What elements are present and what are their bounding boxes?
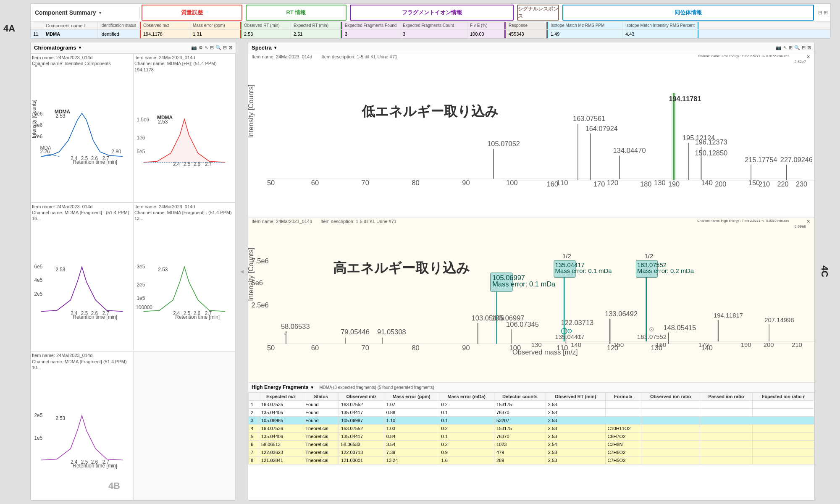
- hef-cell: Theoretical: [303, 441, 339, 449]
- svg-text:60: 60: [311, 344, 319, 352]
- cat-signal: シグナルレスポンス: [517, 5, 559, 21]
- low-energy-close[interactable]: ✕: [806, 54, 810, 60]
- hef-cell: 0.88: [384, 409, 439, 417]
- chrom-icon-min[interactable]: ⊟: [223, 45, 227, 50]
- cat-isotope: 同位体情報: [562, 5, 814, 21]
- hef-cell: [752, 433, 814, 441]
- svg-text:80: 80: [412, 344, 419, 352]
- spectra-dropdown[interactable]: ▼: [273, 45, 278, 50]
- chrom-icon-zoom[interactable]: 🔍: [215, 45, 221, 50]
- svg-text:190: 190: [741, 341, 751, 348]
- cat-fragment: フラグメントイオン情報: [350, 5, 514, 21]
- spectra-icon-zoom[interactable]: 🔍: [794, 45, 800, 50]
- chrom-item-5-header: Item name: 24Mar2023_014d Channel name: …: [32, 352, 132, 370]
- col-header-num: [31, 22, 43, 29]
- spectra-icon-screenshot[interactable]: 📷: [776, 45, 782, 50]
- chrom-icons: 📷 ⚙ ↖ ⊞ 🔍 ⊟ ⊠: [191, 45, 232, 50]
- hef-cell: 4: [249, 425, 259, 433]
- th-passion: Passed ion ratio: [700, 393, 752, 401]
- svg-text:207.14998: 207.14998: [764, 317, 794, 323]
- svg-text:1.5e6: 1.5e6: [136, 117, 149, 123]
- cs-icon-1[interactable]: ⊟: [818, 10, 822, 16]
- high-energy-close[interactable]: ✕: [806, 219, 810, 224]
- hef-cell: 2.53: [546, 409, 605, 417]
- cs-data-row: 11 MDMA Identified 194.1178 1.31 2.53 2.…: [31, 30, 830, 38]
- hef-cell: 7: [249, 449, 259, 457]
- svg-text:6e5: 6e5: [34, 263, 42, 269]
- hef-cell: 163.07552: [339, 425, 384, 433]
- hef-cell: [605, 401, 641, 409]
- hef-cell: [641, 401, 700, 409]
- spectra-icon-cursor[interactable]: ↖: [783, 45, 787, 50]
- hef-cell: Found: [303, 409, 339, 417]
- spectra-icon-expand[interactable]: ⊞: [789, 45, 793, 50]
- svg-text:2.4: 2.4: [173, 161, 180, 167]
- cs-dropdown[interactable]: ▼: [98, 10, 102, 15]
- chrom-icon-screenshot[interactable]: 📷: [191, 45, 197, 50]
- hef-cell: [752, 449, 814, 457]
- hef-section[interactable]: High Energy Fragments ▼ MDMA (3 expected…: [248, 383, 814, 500]
- svg-text:2e5: 2e5: [34, 291, 42, 297]
- cell-compname: MDMA: [43, 30, 98, 38]
- svg-text:194.11781: 194.11781: [669, 95, 701, 102]
- hef-cell: 2: [249, 409, 259, 417]
- chrom-item-1-header: Item name: 24Mar2023_014d Channel name: …: [32, 55, 132, 67]
- svg-text:210: 210: [759, 180, 770, 188]
- svg-text:50: 50: [267, 179, 275, 186]
- svg-text:2e5: 2e5: [136, 281, 145, 287]
- svg-text:220: 220: [777, 180, 788, 188]
- cell-expcount: 3: [400, 30, 467, 38]
- cell-obsmz: 194.1178: [140, 30, 190, 38]
- chrom-item-1: Item name: 24Mar2023_014d Channel name: …: [31, 53, 133, 202]
- chrom-icon-gear[interactable]: ⚙: [199, 45, 203, 50]
- hef-dropdown[interactable]: ▼: [310, 385, 314, 390]
- svg-text:91.05308: 91.05308: [377, 328, 406, 336]
- low-energy-right-svg: 163.07561 164.07924 194.11781 195.12124 …: [503, 62, 814, 218]
- hef-cell: 53207: [494, 417, 546, 425]
- spectra-icon-min[interactable]: ⊟: [802, 45, 806, 50]
- chrom-item-empty: [133, 351, 236, 500]
- svg-text:215.17754: 215.17754: [745, 156, 777, 163]
- svg-text:Intensity [Counts]: Intensity [Counts]: [248, 248, 255, 301]
- svg-text:6e6: 6e6: [34, 111, 42, 117]
- hef-cell: 0.9: [439, 449, 494, 457]
- panel-collapse-handle[interactable]: ◀: [239, 42, 244, 501]
- hef-cell: [605, 409, 641, 417]
- th-expion: Expected ion ratio r: [752, 393, 814, 401]
- hef-subtitle: MDMA (3 expected fragments) (5 found gen…: [319, 385, 434, 390]
- svg-text:3e5: 3e5: [136, 263, 145, 269]
- hef-cell: 1023: [494, 441, 546, 449]
- chrom-icon-cursor[interactable]: ↖: [205, 45, 208, 50]
- hef-cell: [752, 401, 814, 409]
- spectra-icons: 📷 ↖ ⊞ 🔍 ⊟ ⊠: [776, 45, 811, 50]
- chrom-svg-1: MDMA 2.53 Intensity [Counts] 6e6 4e6 2e6…: [32, 67, 132, 201]
- hef-cell: 58.06513: [259, 441, 303, 449]
- hef-cell: 76370: [494, 409, 546, 417]
- hef-cell: 2.53: [546, 449, 605, 457]
- hef-cell: 0.84: [384, 433, 439, 441]
- svg-text:Retention time [min]: Retention time [min]: [73, 314, 117, 320]
- col-header-obsmz: Observed m/z: [140, 22, 190, 29]
- cell-response: 455343: [505, 30, 547, 38]
- svg-text:150: 150: [613, 341, 624, 348]
- hef-cell: [700, 409, 752, 417]
- svg-text:⊙: ⊙: [567, 328, 572, 334]
- hef-cell: 3: [249, 417, 259, 425]
- hef-cell: 1.07: [384, 401, 439, 409]
- svg-text:196.12373: 196.12373: [695, 138, 727, 146]
- col-header-expcount: Expected Fragments Count: [400, 22, 467, 29]
- chrom-item-5: Item name: 24Mar2023_014d Channel name: …: [31, 351, 133, 500]
- hef-cell: [700, 433, 752, 441]
- chrom-item-1-icons: ✕ ✎: [34, 64, 42, 68]
- cell-masserr: 1.31: [190, 30, 241, 38]
- svg-text:90: 90: [462, 344, 470, 352]
- chrom-icon-max[interactable]: ⊠: [228, 45, 232, 50]
- svg-text:2.53: 2.53: [158, 267, 168, 273]
- chrom-dropdown[interactable]: ▼: [78, 45, 82, 50]
- svg-text:2.80: 2.80: [111, 148, 121, 154]
- spectra-icon-max[interactable]: ⊠: [807, 45, 811, 50]
- cs-icon-2[interactable]: ⊞: [824, 10, 828, 16]
- chrom-icon-expand[interactable]: ⊞: [210, 45, 214, 50]
- hef-row: 5135.04406Theoretical135.044170.840.1763…: [249, 433, 814, 441]
- svg-text:♂: ♂: [283, 329, 288, 337]
